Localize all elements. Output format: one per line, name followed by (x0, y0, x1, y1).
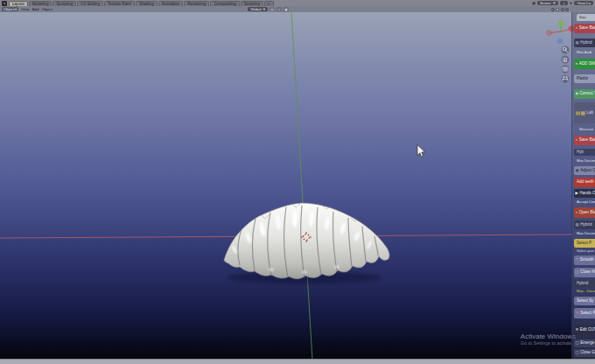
sidebar-button[interactable]: ◠ Smooth (574, 256, 595, 265)
sidebar-button-label: Select Sy (577, 299, 593, 304)
workspace-tab-label: Rendering (187, 2, 206, 6)
scene-icon: ▣ (532, 1, 536, 5)
sidebar-button-icon: ▢ (576, 270, 579, 274)
sidebar-button-label: Measure (579, 128, 593, 131)
scene-selector[interactable]: Scene ✕ (537, 1, 558, 5)
sidebar-button[interactable]: Select Sy (574, 297, 595, 305)
sidebar-button-label: Add teeth (577, 180, 594, 185)
sidebar-button-label: Save Bac (579, 26, 595, 31)
sidebar-button-icon: ◠ (576, 258, 579, 262)
sidebar-button[interactable]: Max Decim (574, 158, 595, 164)
sidebar-button-icon: ▼ (576, 312, 579, 315)
sidebar-button[interactable]: ▣ Adjust Oc (574, 166, 595, 175)
sidebar-button-icon: ▣ (576, 169, 579, 172)
sidebar-button-label: Adjust Oc (580, 169, 595, 173)
sidebar-button-icon: ● (576, 62, 578, 66)
addon-sidebar: Sav ● Save Bac ▦ Hybrid Max Audi ● ADD S… (571, 12, 595, 360)
sidebar-button[interactable]: ◆ Correct T (574, 89, 595, 99)
shading-mode-icon[interactable] (561, 8, 564, 11)
3d-viewport[interactable] (0, 12, 595, 360)
sidebar-button[interactable]: Hyb (574, 149, 595, 156)
blender-logo-icon[interactable]: ● (2, 1, 7, 6)
sidebar-button-label: Hybrid (577, 282, 588, 286)
sidebar-button-label: Select Par (580, 312, 595, 316)
sidebar-button-icon: ● (576, 211, 578, 214)
shading-mode-icon[interactable] (556, 8, 559, 11)
new-scene-button[interactable]: + (560, 1, 568, 5)
viewport-menu-label: Object (41, 7, 52, 11)
sidebar-button-icon: ▢ (576, 351, 579, 354)
sidebar-button[interactable]: Measure (577, 127, 595, 133)
sidebar-button-label: Accept Comp (577, 200, 595, 204)
sidebar-button[interactable]: ● Save Bac (574, 24, 595, 33)
viewport-menu-item[interactable]: Object (41, 7, 52, 11)
sidebar-button-label: Emerge (580, 341, 594, 346)
status-bar (0, 359, 595, 364)
sidebar-button-label: ADD SWIT (579, 62, 595, 66)
sidebar-button[interactable]: Accept Comp (574, 200, 595, 206)
sidebar-button-label: Max Audi (577, 51, 592, 54)
workspace-tabs: Layout Modeling Sculpting UV Editing Tex… (9, 0, 275, 6)
snap-magnet-icon[interactable]: ∩ (276, 7, 282, 11)
view-layer-selector[interactable]: View La (574, 1, 593, 5)
sidebar-button[interactable]: Add teeth (574, 178, 595, 187)
sidebar-button[interactable]: ▤▦ Lab (574, 102, 595, 123)
viewport-header: Object ▾ View Add Object Global ▾ ◎ ∩ ◉ (0, 6, 595, 12)
sidebar-button[interactable]: ▢ Emerge (574, 340, 595, 347)
orientation-dropdown[interactable]: Global ▾ (248, 7, 268, 11)
sidebar-button[interactable]: ▶ Hands On (574, 189, 595, 198)
viewport-menus: View Add Object (21, 7, 52, 11)
sidebar-button[interactable]: ▢ Close Ga (574, 349, 595, 357)
sidebar-button[interactable]: Select your Te (574, 248, 595, 254)
sidebar-button-label: Select P (577, 242, 592, 246)
sidebar-button[interactable]: ▼ Select Par (574, 308, 595, 318)
sidebar-button[interactable]: Hybrid (574, 280, 595, 287)
sidebar-button[interactable]: Select P (574, 239, 595, 248)
viewport-menu-item[interactable]: View (21, 7, 29, 11)
sidebar-button-label: Smooth (580, 258, 594, 262)
sidebar-button[interactable]: Platfor (574, 74, 595, 83)
sidebar-button[interactable]: ✕ Edit CUT (574, 325, 595, 335)
sidebar-button-label: Max - Decim (577, 290, 595, 293)
scene-name: Scene (540, 1, 550, 5)
mode-dropdown[interactable]: Object ▾ (2, 7, 18, 11)
sidebar-button[interactable]: ▦ Hybrid (574, 38, 595, 47)
sidebar-button-icon: ● (576, 26, 578, 30)
sidebar-button-label: Select your Te (577, 249, 595, 253)
sidebar-button-label: Open Blend (579, 211, 595, 215)
shading-mode-switch (551, 8, 570, 11)
sidebar-button[interactable]: Max - Decim (574, 289, 595, 295)
sidebar-button[interactable]: Sav (577, 14, 595, 21)
view-layer-icon: ≣ (570, 1, 573, 5)
shading-mode-icon[interactable] (565, 8, 569, 11)
sidebar-button-label: Sav (579, 16, 586, 19)
sidebar-button[interactable]: ▦ Hybrid (574, 220, 595, 229)
scene-clear-icon[interactable]: ✕ (553, 1, 556, 5)
sidebar-button-icon: ▦ (576, 223, 579, 227)
sidebar-button-label: Hyb (577, 150, 584, 155)
shading-mode-icon[interactable] (551, 8, 555, 11)
sidebar-button[interactable]: ● Open Blend (574, 207, 595, 218)
sidebar-button[interactable]: ● ADD SWIT (574, 59, 595, 69)
workspace-tab-label: Scripting (244, 2, 260, 6)
sidebar-button-icon: ▢ (576, 341, 579, 345)
sidebar-button[interactable]: Max Decim (574, 231, 595, 237)
chevron-down-icon: ▾ (263, 7, 265, 11)
view-layer-name: View La (577, 1, 591, 5)
workspace-tab-label: Animation (162, 2, 179, 6)
sidebar-button-label: Lab (586, 111, 593, 116)
mode-label: Object (4, 7, 14, 11)
topbar: ● Layout Modeling Sculpting UV Editing T… (0, 0, 595, 6)
viewport-menu-item[interactable]: Add (32, 7, 39, 11)
sidebar-button[interactable]: Max Audi (574, 50, 595, 56)
sidebar-button-label: Save Bac (579, 138, 595, 143)
transform-tools: Global ▾ ◎ ∩ ◉ (248, 7, 289, 11)
sidebar-button-icon: ▶ (576, 192, 578, 195)
topbar-right: ▣ Scene ✕ + ≣ View La (532, 0, 593, 6)
sidebar-button-icon: ● (576, 138, 578, 142)
pivot-point-icon[interactable]: ◎ (270, 7, 275, 11)
sidebar-button-label: Edit CUT (580, 328, 595, 332)
proportional-edit-icon[interactable]: ◉ (284, 7, 289, 11)
sidebar-button[interactable]: ▢ Close Hole (574, 268, 595, 277)
sidebar-button[interactable]: ● Save Bac (574, 136, 595, 145)
